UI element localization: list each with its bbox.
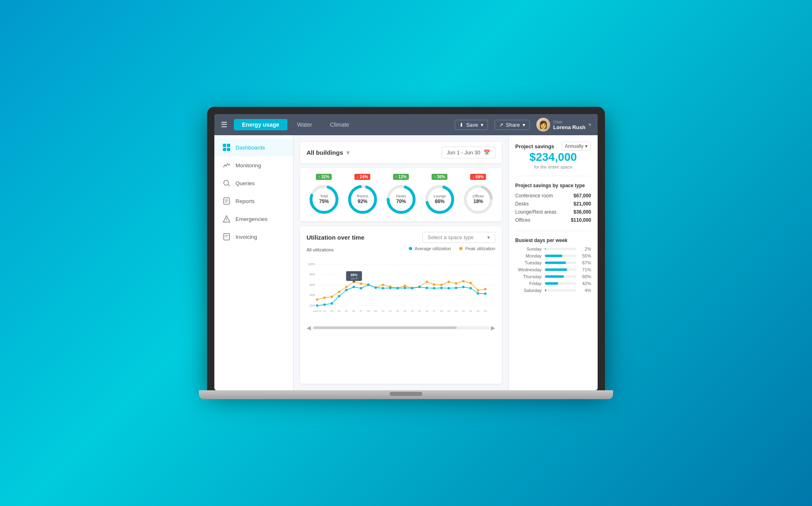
date-range-picker[interactable]: Jun 1 - Jun 30 📅 xyxy=(442,147,495,158)
scrollbar-track xyxy=(313,326,489,329)
svg-text:20: 20 xyxy=(455,310,458,312)
project-savings-header: Project savings Annually ▾ xyxy=(515,142,591,151)
donut-lounge: ↑ 36% Lounge 66% xyxy=(423,174,456,216)
day-row-sunday: Sunday 2% xyxy=(515,247,591,251)
svg-text:92%: 92% xyxy=(357,199,367,204)
svg-point-61 xyxy=(425,281,428,283)
day-bar-thursday xyxy=(545,275,564,278)
divider-2 xyxy=(515,231,591,231)
svg-text:04: 04 xyxy=(338,310,341,312)
space-type-selector[interactable]: Select a space type ▾ xyxy=(422,232,495,243)
svg-rect-2 xyxy=(223,148,226,151)
scrollbar-thumb[interactable] xyxy=(313,327,457,329)
svg-text:80%: 80% xyxy=(309,273,315,276)
svg-text:40%: 40% xyxy=(309,294,315,296)
svg-point-74 xyxy=(345,289,348,291)
svg-point-12 xyxy=(226,221,227,221)
donut-offices: ↓ 69% Offices 18% xyxy=(462,174,495,216)
chart-area: 100% 80% 60% 40% 20% xyxy=(307,255,495,378)
user-chevron-icon: ▾ xyxy=(589,122,591,128)
svg-point-85 xyxy=(425,287,428,289)
day-bar-bg-sunday xyxy=(545,248,577,250)
calendar-icon: 📅 xyxy=(484,149,490,156)
svg-point-91 xyxy=(469,287,472,290)
svg-text:21: 21 xyxy=(462,310,465,312)
save-chevron-icon: ▾ xyxy=(481,122,484,128)
svg-point-88 xyxy=(447,287,450,290)
sidebar-item-dashboards[interactable]: Dashboards xyxy=(214,138,293,156)
save-button[interactable]: ⬇ Save ▾ xyxy=(455,120,488,130)
svg-point-90 xyxy=(462,286,464,288)
day-row-monday: Monday 55% xyxy=(515,253,591,258)
svg-point-79 xyxy=(382,287,384,290)
laptop-base xyxy=(199,390,613,399)
svg-point-83 xyxy=(411,287,413,290)
svg-point-63 xyxy=(440,284,443,286)
svg-text:70%: 70% xyxy=(396,199,406,204)
annually-dropdown[interactable]: Annually ▾ xyxy=(561,142,591,151)
buildings-selector[interactable]: All buildings ▾ xyxy=(307,149,350,156)
donut-desks: ↑ 12% Desks 70% xyxy=(385,174,417,216)
sidebar-item-reports[interactable]: Reports xyxy=(214,192,293,210)
svg-text:24: 24 xyxy=(484,310,487,312)
laptop-wrapper: ☰ Energy usage Water Climate ⬇ Save ▾ xyxy=(183,70,629,436)
queries-icon xyxy=(222,179,231,187)
svg-point-64 xyxy=(447,281,450,283)
donut-lounge-badge: ↑ 36% xyxy=(432,174,448,180)
util-legend: Average utilization Peak utilization xyxy=(409,246,495,251)
sidebar-item-monitoring[interactable]: Monitoring xyxy=(214,156,293,174)
donut-rooms: ↓ 24% Rooms 92% xyxy=(346,174,379,216)
svg-text:12: 12 xyxy=(396,310,399,312)
day-bar-sunday xyxy=(545,248,546,250)
day-row-thursday: Thursday 60% xyxy=(515,274,591,279)
divider-1 xyxy=(515,176,591,176)
sidebar-item-emergencies[interactable]: Emergencies xyxy=(214,210,293,228)
svg-text:19: 19 xyxy=(447,310,450,312)
svg-text:18%: 18% xyxy=(473,199,483,204)
svg-point-55 xyxy=(382,284,384,286)
sidebar-item-queries[interactable]: Queries xyxy=(214,174,293,192)
svg-text:13: 13 xyxy=(404,310,406,312)
sidebar: Dashboards Monitoring Quer xyxy=(214,135,294,390)
scroll-left-icon[interactable]: ◀ xyxy=(307,324,311,331)
hamburger-icon[interactable]: ☰ xyxy=(221,120,227,129)
charts-section: All buildings ▾ Jun 1 - Jun 30 📅 xyxy=(294,135,508,390)
svg-point-71 xyxy=(323,303,326,306)
svg-point-92 xyxy=(477,292,479,295)
day-bar-monday xyxy=(545,255,562,257)
svg-text:17: 17 xyxy=(433,310,436,312)
tab-energy-usage[interactable]: Energy usage xyxy=(234,119,287,130)
buildings-chevron-icon: ▾ xyxy=(346,149,350,156)
monitoring-icon xyxy=(222,161,231,169)
space-type-savings-block: Project savings by space type Conference… xyxy=(515,183,591,224)
svg-point-78 xyxy=(374,286,377,289)
day-row-wednesday: Wednesday 71% xyxy=(515,267,591,272)
donut-lounge-chart: Lounge 66% xyxy=(423,183,456,216)
donut-offices-chart: Offices 18% xyxy=(462,183,495,216)
svg-point-67 xyxy=(469,282,472,284)
tab-water[interactable]: Water xyxy=(289,119,320,130)
svg-rect-3 xyxy=(227,148,230,151)
donut-rooms-badge: ↓ 24% xyxy=(354,174,371,180)
svg-text:03: 03 xyxy=(330,310,333,312)
invoicing-icon xyxy=(222,233,231,241)
share-button[interactable]: ↗ Share ▾ xyxy=(495,120,530,130)
svg-text:75%: 75% xyxy=(319,199,328,204)
svg-line-5 xyxy=(228,185,230,186)
svg-rect-0 xyxy=(223,144,226,147)
tab-climate[interactable]: Climate xyxy=(322,119,357,130)
svg-point-49 xyxy=(338,291,340,293)
svg-point-70 xyxy=(316,305,318,307)
scroll-right-icon[interactable]: ▶ xyxy=(491,324,495,331)
savings-amount: $234,000 xyxy=(515,151,591,164)
save-icon: ⬇ xyxy=(459,122,464,128)
svg-rect-1 xyxy=(227,144,230,147)
donut-total-chart: Total 75% xyxy=(308,183,340,216)
svg-point-72 xyxy=(330,302,333,305)
donut-rooms-chart: Rooms 92% xyxy=(346,183,379,216)
user-menu[interactable]: 👩 User Lorena Rush ▾ xyxy=(536,118,591,132)
svg-point-76 xyxy=(360,287,362,290)
donut-total-badge: ↑ 32% xyxy=(316,174,332,180)
svg-point-68 xyxy=(477,289,479,292)
sidebar-item-invoicing[interactable]: Invoicing xyxy=(214,228,293,246)
